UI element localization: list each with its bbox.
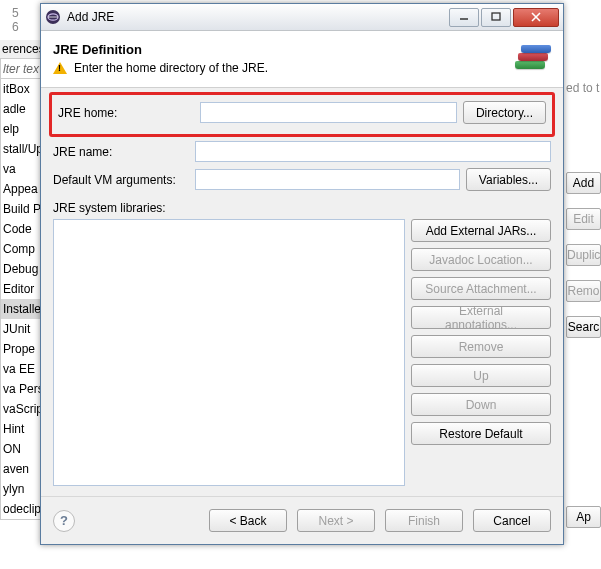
- wizard-message: Enter the home directory of the JRE.: [74, 61, 268, 75]
- window-buttons: [447, 8, 559, 27]
- jre-name-input[interactable]: [195, 141, 551, 162]
- finish-button: Finish: [385, 509, 463, 532]
- parent-tree-item[interactable]: Hint: [1, 419, 43, 439]
- parent-tree-item[interactable]: adle: [1, 99, 43, 119]
- remove-button: Remove: [411, 335, 551, 358]
- close-button[interactable]: [513, 8, 559, 27]
- wizard-title: JRE Definition: [53, 42, 511, 57]
- parent-apply-button-fragment[interactable]: Ap: [566, 506, 601, 528]
- eclipse-icon: [45, 9, 61, 25]
- parent-edit-button-fragment: Edit: [566, 208, 601, 230]
- parent-tree-item[interactable]: Prope: [1, 339, 43, 359]
- parent-tree-item[interactable]: Appea: [1, 179, 43, 199]
- parent-tree-item[interactable]: va: [1, 159, 43, 179]
- parent-tree-item[interactable]: JUnit: [1, 319, 43, 339]
- svg-rect-3: [492, 13, 500, 20]
- javadoc-location-button: Javadoc Location...: [411, 248, 551, 271]
- jre-name-label: JRE name:: [53, 145, 195, 159]
- back-button[interactable]: < Back: [209, 509, 287, 532]
- directory-button[interactable]: Directory...: [463, 101, 546, 124]
- parent-filter-input-fragment[interactable]: lter tex: [0, 58, 44, 80]
- variables-button[interactable]: Variables...: [466, 168, 551, 191]
- separator: [41, 496, 563, 497]
- cancel-button[interactable]: Cancel: [473, 509, 551, 532]
- parent-tree-item[interactable]: Build P: [1, 199, 43, 219]
- library-buttons: Add External JARs... Javadoc Location...…: [411, 219, 551, 486]
- parent-tree-item[interactable]: Editor: [1, 279, 43, 299]
- parent-add-button-fragment[interactable]: Add: [566, 172, 601, 194]
- parent-tree-item[interactable]: Debug: [1, 259, 43, 279]
- editor-line-number: 5: [12, 6, 19, 20]
- parent-tree-item[interactable]: Comp: [1, 239, 43, 259]
- editor-line-number: 6: [12, 20, 19, 34]
- system-libraries-list[interactable]: [53, 219, 405, 486]
- parent-tree-item[interactable]: odeclips: [1, 499, 43, 519]
- parent-tree-item[interactable]: itBox: [1, 79, 43, 99]
- vm-args-label: Default VM arguments:: [53, 173, 195, 187]
- warning-icon: [53, 62, 67, 74]
- parent-tree-item[interactable]: ylyn: [1, 479, 43, 499]
- up-button: Up: [411, 364, 551, 387]
- parent-tree-fragment[interactable]: itBoxadleelpstall/UpvaAppeaBuild PCodeCo…: [0, 78, 44, 520]
- wizard-banner: JRE Definition Enter the home directory …: [41, 31, 563, 88]
- dialog-content: JRE home: Directory... JRE name: Default…: [41, 88, 563, 490]
- parent-tree-item[interactable]: aven: [1, 459, 43, 479]
- vm-args-input[interactable]: [195, 169, 460, 190]
- parent-tree-item[interactable]: Installe: [1, 299, 43, 319]
- down-button: Down: [411, 393, 551, 416]
- restore-default-button[interactable]: Restore Default: [411, 422, 551, 445]
- jre-home-input[interactable]: [200, 102, 457, 123]
- books-icon: [511, 39, 551, 77]
- wizard-footer: ? < Back Next > Finish Cancel: [41, 503, 563, 544]
- parent-search-button-fragment[interactable]: Searc: [566, 316, 601, 338]
- parent-remove-button-fragment: Remo: [566, 280, 601, 302]
- add-external-jars-button[interactable]: Add External JARs...: [411, 219, 551, 242]
- parent-tree-item[interactable]: va Pers: [1, 379, 43, 399]
- parent-tree-item[interactable]: elp: [1, 119, 43, 139]
- highlight-callout: JRE home: Directory...: [49, 92, 555, 137]
- jre-home-label: JRE home:: [58, 106, 200, 120]
- parent-tree-item[interactable]: va EE: [1, 359, 43, 379]
- parent-right-fragment: ed to t Add Edit Duplic Remo Searc Ap: [566, 80, 601, 542]
- parent-tree-item[interactable]: Code: [1, 219, 43, 239]
- source-attachment-button: Source Attachment...: [411, 277, 551, 300]
- next-button: Next >: [297, 509, 375, 532]
- add-jre-dialog: Add JRE JRE Definition Enter the home di…: [40, 3, 564, 545]
- titlebar[interactable]: Add JRE: [41, 4, 563, 31]
- parent-tree-item[interactable]: stall/Up: [1, 139, 43, 159]
- parent-duplicate-button-fragment: Duplic: [566, 244, 601, 266]
- minimize-button[interactable]: [449, 8, 479, 27]
- parent-text-fragment: ed to t: [566, 80, 601, 96]
- dialog-title: Add JRE: [67, 10, 447, 24]
- parent-tree-item[interactable]: vaScrip: [1, 399, 43, 419]
- parent-tree-item[interactable]: ON: [1, 439, 43, 459]
- sys-libs-label: JRE system libraries:: [53, 201, 551, 215]
- maximize-button[interactable]: [481, 8, 511, 27]
- help-icon[interactable]: ?: [53, 510, 75, 532]
- external-annotations-button: External annotations...: [411, 306, 551, 329]
